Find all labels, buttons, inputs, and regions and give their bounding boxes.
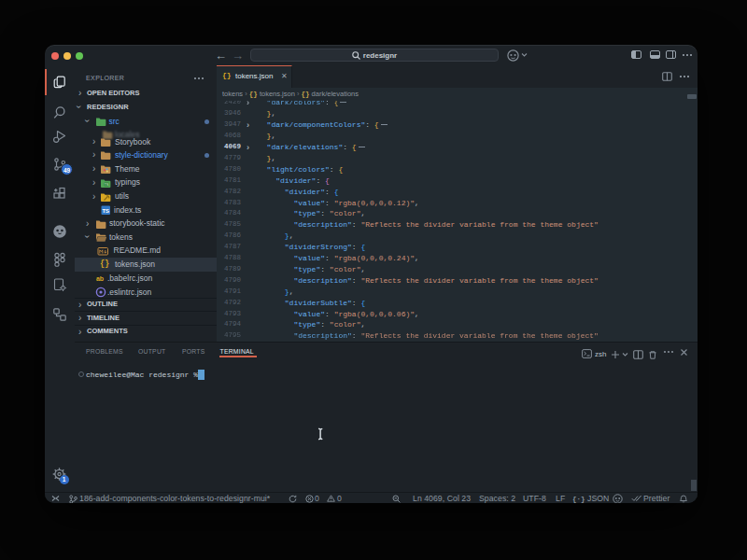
- svg-text:TS: TS: [102, 208, 109, 214]
- svg-text:ab: ab: [96, 275, 104, 282]
- svg-text:TS: TS: [105, 182, 109, 186]
